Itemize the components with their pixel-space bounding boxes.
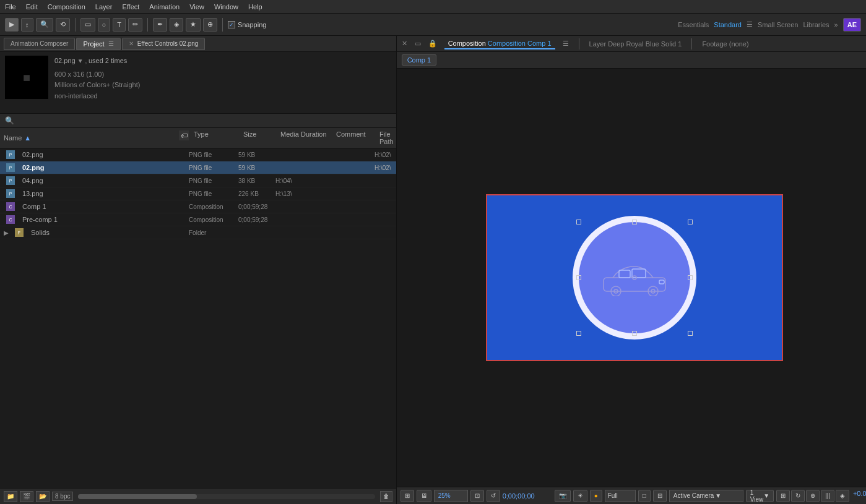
file-row-5[interactable]: C Pre-comp 1 Composition 0;00;59;28	[0, 213, 396, 226]
menu-edit[interactable]: Edit	[26, 3, 38, 11]
file-name-0: 02.png	[22, 151, 43, 158]
tab-effect-controls[interactable]: ✕ Effect Controls 02.png	[122, 38, 206, 50]
delete-btn[interactable]: 🗑	[380, 491, 392, 502]
zoom-tool[interactable]: 🔍	[36, 18, 53, 32]
viewer-color-btn[interactable]: ●	[590, 490, 602, 502]
tab-effect-controls-close[interactable]: ✕	[129, 40, 134, 47]
viewer-roto-btn[interactable]: ↺	[487, 490, 500, 502]
snapping-checkbox[interactable]: ✓	[228, 21, 235, 28]
handle-ml[interactable]	[576, 275, 581, 280]
selection-tool[interactable]: ▶	[5, 18, 19, 32]
menu-help[interactable]: Help	[248, 3, 262, 11]
file-row-1[interactable]: P 02.png PNG file 59 KB H:\02\	[0, 161, 396, 174]
menu-composition[interactable]: Composition	[48, 3, 85, 11]
folder-expand[interactable]: ▶	[4, 229, 9, 236]
view-layout-btn[interactable]: 1 View ▼	[746, 490, 774, 502]
camera-tool[interactable]: ⊕	[203, 18, 217, 32]
comp-tab-label[interactable]: Composition Composition Comp 1	[444, 38, 555, 49]
car-circle	[573, 216, 696, 340]
comp-canvas[interactable]	[486, 194, 783, 361]
col-header-size[interactable]: Size	[241, 129, 278, 147]
text-tool[interactable]: T	[113, 18, 126, 32]
menu-animation[interactable]: Animation	[149, 3, 180, 11]
viewer-monitor-btn[interactable]: 🖥	[417, 490, 431, 502]
close-comp-tab[interactable]: ✕	[402, 40, 407, 48]
viewer-timecode[interactable]: 0;00;00;00	[503, 492, 552, 500]
workspace-menu-icon[interactable]: ☰	[747, 20, 753, 28]
bpc-badge[interactable]: 8 bpc	[52, 492, 73, 501]
menu-file[interactable]: File	[5, 3, 16, 11]
workspace-expand[interactable]: »	[834, 21, 838, 28]
workspace-standard[interactable]: Standard	[714, 21, 742, 28]
handle-tl[interactable]	[576, 220, 581, 224]
viewer-draft-btn[interactable]: □	[638, 490, 651, 502]
viewer-opengl-btn[interactable]: ⊟	[653, 490, 667, 502]
file-dur-5: 0;00;59;28	[236, 215, 292, 224]
region-of-interest-btn[interactable]: ⊞	[776, 490, 790, 502]
file-row-4[interactable]: C Comp 1 Composition 0;00;59;28	[0, 200, 396, 213]
tab-animation-composer[interactable]: Animation Composer	[4, 38, 75, 50]
handle-bl[interactable]	[576, 331, 581, 336]
tab-project[interactable]: Project ☰	[76, 38, 120, 50]
menu-window[interactable]: Window	[214, 3, 238, 11]
workspace-libraries[interactable]: Libraries	[803, 21, 829, 28]
file-row-2[interactable]: P 04.png PNG file 38 KB H:\04\	[0, 174, 396, 187]
viewer-right-controls: ⊞ ↻ ⊕ ||| ◈ +0.0	[776, 490, 866, 502]
file-dimensions: 600 x 316 (1.00)	[5, 69, 391, 80]
file-type-1: PNG file	[186, 163, 236, 173]
snapping-label: Snapping	[238, 21, 267, 28]
comp-tab-menu[interactable]: ☰	[563, 40, 569, 48]
pen-tool[interactable]: ✏	[128, 18, 142, 32]
col-header-name[interactable]: Name ▲	[0, 129, 176, 147]
layer-tab-label[interactable]: Layer Deep Royal Blue Solid 1	[589, 40, 682, 48]
clone-stamp-tool[interactable]: ✒	[153, 18, 167, 32]
zoom-fit-btn[interactable]: ⊡	[470, 490, 484, 502]
comp-always-preview-btn[interactable]: ↻	[791, 490, 805, 502]
zoom-level[interactable]: 25%	[434, 490, 468, 502]
menu-layer[interactable]: Layer	[95, 3, 113, 11]
workspace-small-screen[interactable]: Small Screen	[758, 21, 798, 28]
handle-tc[interactable]	[632, 220, 637, 224]
file-icon-folder: F	[15, 228, 24, 237]
viewer-snapshot-btn[interactable]: 📷	[555, 490, 571, 502]
col-header-type[interactable]: Type	[191, 129, 241, 147]
viewer-transparency-btn[interactable]: ◈	[836, 490, 849, 502]
file-row-0[interactable]: P 02.png PNG file 59 KB H:\02\	[0, 148, 396, 161]
comp-inner-tab-comp1[interactable]: Comp 1	[402, 54, 437, 66]
workspace-essentials[interactable]: Essentials	[678, 21, 709, 28]
rect-tool[interactable]: ▭	[80, 18, 95, 32]
menu-effect[interactable]: Effect	[122, 3, 139, 11]
handle-br[interactable]	[688, 331, 693, 336]
handle-bc[interactable]	[632, 331, 637, 336]
puppet-tool[interactable]: ★	[186, 18, 201, 32]
hand-tool[interactable]: ↕	[21, 18, 33, 32]
footage-tab-label[interactable]: Footage (none)	[702, 40, 748, 48]
file-name-used: 02.png ▼ , used 2 times	[5, 56, 391, 67]
new-folder-btn[interactable]: 📂	[36, 491, 50, 502]
quality-selector[interactable]: Full	[605, 490, 636, 502]
import-footage-btn[interactable]: 📁	[4, 491, 17, 502]
handle-mr[interactable]	[688, 275, 693, 280]
file-row-6[interactable]: ▶ F Solids Folder	[0, 226, 396, 239]
file-path-2: H:\04\	[273, 176, 396, 186]
col-header-duration[interactable]: Media Duration	[278, 129, 334, 147]
camera-selector[interactable]: Active Camera ▼	[669, 490, 743, 502]
viewer-exposure-btn[interactable]: ☀	[573, 490, 587, 502]
handle-tr[interactable]	[688, 220, 693, 224]
file-row-3[interactable]: P 13.png PNG file 226 KB H:\13\	[0, 187, 396, 200]
new-comp-btn[interactable]: 🎬	[20, 491, 33, 502]
rotate-tool[interactable]: ⟲	[56, 18, 70, 32]
viewer-channel-btn[interactable]: |||	[821, 490, 834, 502]
label-icon[interactable]: 🏷	[179, 130, 189, 140]
ellipse-tool[interactable]: ○	[98, 18, 111, 32]
col-header-comment[interactable]: Comment	[334, 129, 377, 147]
menu-view[interactable]: View	[189, 3, 204, 11]
col-header-path[interactable]: File Path	[377, 129, 396, 147]
viewer-grid-btn[interactable]: ⊞	[401, 490, 414, 502]
tab-project-menu[interactable]: ☰	[108, 40, 114, 47]
eraser-tool[interactable]: ◈	[170, 18, 183, 32]
viewer-reset-btn[interactable]: ⊕	[806, 490, 820, 502]
search-input[interactable]	[5, 116, 391, 125]
comp-lock-icon[interactable]: 🔒	[428, 40, 437, 48]
project-progress-bar	[78, 494, 375, 499]
